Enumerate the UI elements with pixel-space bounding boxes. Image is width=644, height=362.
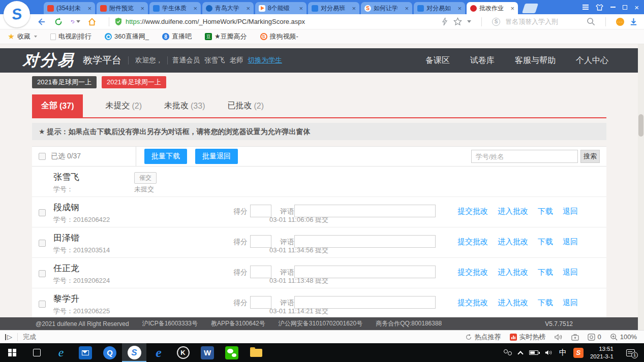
course-tag[interactable]: 2021春足球周一上 — [102, 76, 166, 88]
zoom-control[interactable]: 100% — [610, 333, 637, 341]
k-app-icon[interactable]: K — [171, 343, 195, 362]
return-link[interactable]: 退回 — [563, 207, 578, 216]
q-browser-icon[interactable]: Q — [98, 343, 122, 362]
sogou-search-placeholder[interactable]: 冒名顶替入学入刑 — [505, 17, 581, 26]
tab-close-icon[interactable]: × — [405, 5, 409, 12]
score-input[interactable] — [250, 205, 271, 217]
favorite-star-icon[interactable] — [453, 17, 462, 26]
toolbox-icon[interactable] — [571, 334, 579, 341]
notification-center-icon[interactable]: 1 — [626, 349, 635, 356]
download-link[interactable]: 下载 — [538, 298, 553, 308]
nav-item[interactable]: 试卷库 — [470, 55, 495, 66]
download-link[interactable]: 下载 — [538, 207, 553, 216]
submit-marking-link[interactable]: 提交批改 — [457, 207, 488, 216]
enter-marking-link[interactable]: 进入批改 — [498, 268, 528, 277]
student-search-input[interactable] — [471, 150, 578, 163]
browser-tab[interactable]: 附件预览 × — [97, 2, 148, 14]
bookmark-item[interactable]: 电视剧排行 — [50, 32, 91, 41]
course-tag[interactable]: 2021春足球周一上 — [32, 76, 97, 88]
file-explorer-icon[interactable] — [244, 343, 268, 362]
submit-marking-link[interactable]: 提交批改 — [457, 237, 488, 247]
hidden-icons-chevron[interactable] — [517, 351, 523, 356]
chevron-down-icon[interactable] — [467, 20, 471, 23]
tab-close-icon[interactable]: × — [87, 5, 91, 12]
site-logo[interactable]: 对分易 — [22, 50, 75, 71]
skin-icon[interactable] — [596, 4, 603, 11]
address-bar[interactable]: https://www.duifene.com/_HomeWork/PC/Mar… — [114, 17, 441, 26]
nav-item[interactable]: 个人中心 — [576, 55, 608, 66]
battery-icon[interactable] — [529, 350, 538, 355]
scrollbar[interactable] — [638, 44, 644, 330]
search-button[interactable]: 搜索 — [580, 150, 600, 163]
filter-tab[interactable]: 全部(37) — [32, 94, 83, 117]
batch-return-button[interactable]: 批量退回 — [195, 149, 238, 164]
sogou-browser-logo-icon[interactable]: S — [4, 1, 30, 27]
download-link[interactable]: 下载 — [538, 268, 553, 277]
comment-input[interactable] — [294, 235, 436, 248]
ime-indicator[interactable]: 中 — [559, 348, 567, 357]
search-icon[interactable] — [587, 17, 595, 26]
select-all-checkbox[interactable] — [39, 153, 46, 160]
return-link[interactable]: 退回 — [563, 268, 578, 277]
nav-item[interactable]: 客服与帮助 — [515, 55, 556, 66]
bookmark-item[interactable]: 360直播网_ — [105, 32, 149, 41]
undo-icon[interactable] — [70, 17, 80, 27]
enter-marking-link[interactable]: 进入批改 — [498, 298, 528, 308]
tab-close-icon[interactable]: × — [299, 5, 303, 12]
home-icon[interactable] — [87, 17, 97, 27]
volume-icon[interactable] — [545, 349, 553, 356]
score-input[interactable] — [250, 296, 271, 309]
close-icon[interactable]: × — [634, 4, 639, 11]
menu-icon[interactable] — [582, 7, 589, 8]
tab-close-icon[interactable]: × — [457, 5, 462, 12]
browser-tab[interactable]: 对分易如 × — [414, 2, 465, 14]
hot-recommend-item[interactable]: 热点推荐 — [465, 333, 501, 342]
download-icon[interactable] — [629, 17, 638, 26]
batch-download-button[interactable]: 批量下载 — [144, 149, 187, 164]
switch-to-student-link[interactable]: 切换为学生 — [248, 56, 283, 65]
task-view-button[interactable] — [24, 343, 49, 362]
browser-tab[interactable]: 青岛大学 × — [202, 2, 254, 14]
word-icon[interactable]: W — [195, 343, 220, 362]
row-checkbox[interactable] — [39, 240, 46, 247]
browser-tab[interactable]: (354封未 × — [44, 2, 95, 14]
video-detect-icon[interactable]: ▷ — [5, 333, 12, 341]
row-checkbox[interactable] — [39, 209, 46, 216]
browser-tab[interactable]: 如何让学 × — [361, 2, 412, 14]
ie-icon[interactable]: e — [49, 343, 73, 362]
filter-tab[interactable]: 已批改(2) — [227, 94, 264, 117]
assistant-icon[interactable]: ··· — [616, 18, 624, 26]
browser-tab[interactable]: 8个能锻 × — [255, 2, 306, 14]
score-input[interactable] — [250, 266, 271, 278]
browser-tab[interactable]: 对分易班 × — [308, 2, 359, 14]
tab-close-icon[interactable]: × — [352, 5, 356, 12]
new-tab-button[interactable] — [522, 4, 538, 13]
ad-block-counter[interactable]: 0 — [588, 333, 601, 341]
sogou-ime-icon[interactable]: S — [573, 348, 584, 358]
tab-close-icon[interactable]: × — [140, 5, 144, 12]
bookmark-item[interactable]: 收藏 — [8, 32, 37, 41]
submit-marking-link[interactable]: 提交批改 — [457, 268, 488, 277]
sogou-browser-icon[interactable]: S — [122, 343, 146, 362]
submit-marking-link[interactable]: 提交批改 — [457, 298, 488, 308]
nav-item[interactable]: 备课区 — [425, 55, 450, 66]
filter-tab[interactable]: 未批改(33) — [164, 94, 205, 117]
wechat-icon[interactable] — [220, 343, 244, 362]
speaker-icon[interactable] — [555, 334, 563, 341]
bookmark-item[interactable]: ★豆瓣高分 — [205, 32, 247, 41]
return-link[interactable]: 退回 — [563, 298, 578, 308]
browser-tab[interactable]: 批改作业 × — [467, 2, 518, 14]
people-icon[interactable] — [504, 349, 512, 356]
download-link[interactable]: 下载 — [538, 237, 553, 247]
edge-icon[interactable]: e — [146, 343, 171, 362]
scrollbar-thumb[interactable] — [638, 114, 643, 137]
start-button[interactable] — [0, 343, 24, 362]
row-checkbox[interactable] — [39, 301, 46, 308]
tab-close-icon[interactable]: × — [246, 5, 250, 12]
comment-input[interactable] — [294, 296, 436, 309]
score-input[interactable] — [250, 235, 271, 248]
enter-marking-link[interactable]: 进入批改 — [498, 237, 528, 247]
tab-close-icon[interactable]: × — [510, 5, 514, 12]
bookmark-item[interactable]: 搜狗视频- — [260, 32, 298, 41]
bookmark-item[interactable]: 直播吧 — [162, 32, 192, 41]
